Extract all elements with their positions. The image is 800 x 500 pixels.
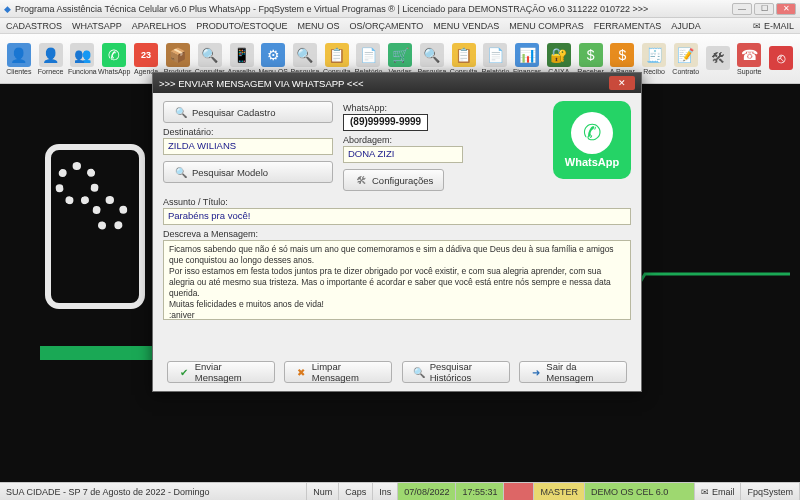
- tb-produtos[interactable]: 📦Produtos: [163, 43, 193, 75]
- status-email[interactable]: ✉Email: [695, 483, 742, 500]
- menu-ferramentas[interactable]: FERRAMENTAS: [594, 21, 661, 31]
- maximize-button[interactable]: ☐: [754, 3, 774, 15]
- menu-aparelhos[interactable]: APARELHOS: [132, 21, 186, 31]
- gear-graphic: [55, 162, 99, 206]
- window-titlebar: ◆ Programa Assistência Técnica Celular v…: [0, 0, 800, 18]
- tb-clientes[interactable]: 👤Clientes: [4, 43, 34, 75]
- window-controls: — ☐ ✕: [732, 3, 796, 15]
- menu-email[interactable]: ✉ E-MAIL: [753, 21, 794, 31]
- gear-graphic: [92, 196, 128, 232]
- search-icon: 🔍: [420, 43, 444, 67]
- search-cadastro-button[interactable]: 🔍 Pesquisar Cadastro: [163, 101, 333, 123]
- tb-consulta1[interactable]: 📋Consulta: [322, 43, 352, 75]
- label-assunto: Assunto / Título:: [163, 197, 631, 207]
- chart-icon: 📊: [515, 43, 539, 67]
- tb-agenda[interactable]: 23Agenda: [131, 43, 161, 75]
- status-blank: [504, 483, 534, 500]
- tb-whatsapp[interactable]: ✆WhatsApp: [99, 43, 129, 75]
- assunto-field[interactable]: Parabéns pra você!: [163, 208, 631, 225]
- destinatario-field[interactable]: ZILDA WILIANS: [163, 138, 333, 155]
- status-time: 17:55:31: [456, 483, 504, 500]
- window-title: Programa Assistência Técnica Celular v6.…: [15, 4, 732, 14]
- tb-relatorio1[interactable]: 📄Relatório: [354, 43, 384, 75]
- historicos-button[interactable]: 🔍 Pesquisar Históricos: [402, 361, 510, 383]
- limpar-button[interactable]: ✖ Limpar Mensagem: [284, 361, 392, 383]
- clear-icon: ✖: [295, 366, 306, 379]
- enviar-button[interactable]: ✔ Enviar Mensagem: [167, 361, 275, 383]
- close-button[interactable]: ✕: [776, 3, 796, 15]
- dialog-titlebar: >>> ENVIAR MENSAGEM VIA WHATSAPP <<< ✕: [153, 73, 641, 93]
- people-icon: 👥: [70, 43, 94, 67]
- tb-extra1[interactable]: 🛠: [703, 46, 733, 71]
- tb-receber[interactable]: $Receber: [576, 43, 606, 75]
- abordagem-field[interactable]: DONA ZIZI: [343, 146, 463, 163]
- whatsapp-icon: ✆: [571, 112, 613, 154]
- tb-relatorio2[interactable]: 📄Relatório: [481, 43, 511, 75]
- menu-vendas[interactable]: MENU VENDAS: [433, 21, 499, 31]
- menu-bar: CADASTROS WHATSAPP APARELHOS PRODUTO/EST…: [0, 18, 800, 34]
- sair-button[interactable]: ➜ Sair da Mensagem: [519, 361, 627, 383]
- whatsapp-number-field[interactable]: (89)99999-9999: [343, 114, 428, 131]
- calendar-icon: 23: [134, 43, 158, 67]
- tb-consultar[interactable]: 🔍Consultar: [195, 43, 225, 75]
- tb-financas[interactable]: 📊Finanças: [512, 43, 542, 75]
- dialog-title: >>> ENVIAR MENSAGEM VIA WHATSAPP <<<: [159, 78, 609, 89]
- menu-ajuda[interactable]: AJUDA: [671, 21, 701, 31]
- person-icon: 👤: [39, 43, 63, 67]
- status-demo: DEMO OS CEL 6.0: [585, 483, 695, 500]
- tb-apagar[interactable]: $A Pagar: [607, 43, 637, 75]
- menu-menuos[interactable]: MENU OS: [297, 21, 339, 31]
- menu-whatsapp[interactable]: WHATSAPP: [72, 21, 122, 31]
- status-bar: SUA CIDADE - SP 7 de Agosto de 2022 - Do…: [0, 482, 800, 500]
- report-icon: 📄: [356, 43, 380, 67]
- search-icon: 🔍: [174, 166, 187, 179]
- tb-aparelho[interactable]: 📱Aparelho: [227, 43, 257, 75]
- safe-icon: 🔐: [547, 43, 571, 67]
- tb-contrato[interactable]: 📝Contrato: [671, 43, 701, 75]
- list-icon: 📋: [325, 43, 349, 67]
- menu-cadastros[interactable]: CADASTROS: [6, 21, 62, 31]
- minimize-button[interactable]: —: [732, 3, 752, 15]
- phone-icon: 📱: [230, 43, 254, 67]
- status-brand: FpqSystem: [741, 483, 800, 500]
- dialog-close-button[interactable]: ✕: [609, 76, 635, 90]
- tb-consulta2[interactable]: 📋Consulta: [449, 43, 479, 75]
- status-master: MASTER: [534, 483, 585, 500]
- search-icon: 🔍: [198, 43, 222, 67]
- menu-compras[interactable]: MENU COMPRAS: [509, 21, 584, 31]
- cart-icon: 🛒: [388, 43, 412, 67]
- whatsapp-dialog: >>> ENVIAR MENSAGEM VIA WHATSAPP <<< ✕ 🔍…: [152, 72, 642, 392]
- list-icon: 📋: [452, 43, 476, 67]
- tb-caixa[interactable]: 🔐CAIXA: [544, 43, 574, 75]
- person-icon: 👤: [7, 43, 31, 67]
- status-ins: Ins: [373, 483, 398, 500]
- wrench-icon: 🛠: [354, 174, 367, 187]
- tb-exit[interactable]: ⎋: [766, 46, 796, 71]
- status-num: Num: [307, 483, 339, 500]
- tb-recibo[interactable]: 🧾Recibo: [639, 43, 669, 75]
- tb-pesquisa2[interactable]: 🔍Pesquisa: [417, 43, 447, 75]
- tb-vendas[interactable]: 🛒Vendas: [385, 43, 415, 75]
- menu-produto[interactable]: PRODUTO/ESTOQUE: [196, 21, 287, 31]
- exit-icon: ➜: [530, 366, 541, 379]
- search-icon: 🔍: [174, 106, 187, 119]
- tb-pesquisa1[interactable]: 🔍Pesquisa: [290, 43, 320, 75]
- label-destinatario: Destinatário:: [163, 127, 333, 137]
- menu-orcamento[interactable]: OS/ORÇAMENTO: [349, 21, 423, 31]
- tb-suporte[interactable]: ☎Suporte: [734, 43, 764, 75]
- receipt-icon: 🧾: [642, 43, 666, 67]
- tb-fornece[interactable]: 👤Fornece: [36, 43, 66, 75]
- tb-menuos[interactable]: ⚙Menu OS: [258, 43, 288, 75]
- email-icon: ✉: [701, 487, 709, 497]
- box-icon: 📦: [166, 43, 190, 67]
- tb-funciona[interactable]: 👥Funciona: [67, 43, 97, 75]
- support-icon: ☎: [737, 43, 761, 67]
- config-button[interactable]: 🛠 Configurações: [343, 169, 444, 191]
- status-location: SUA CIDADE - SP 7 de Agosto de 2022 - Do…: [0, 483, 307, 500]
- label-whatsapp: WhatsApp:: [343, 103, 387, 113]
- mensagem-textarea[interactable]: Ficamos sabendo que não é só mais um ano…: [163, 240, 631, 320]
- email-icon: ✉: [753, 21, 761, 31]
- search-modelo-button[interactable]: 🔍 Pesquisar Modelo: [163, 161, 333, 183]
- money-out-icon: $: [610, 43, 634, 67]
- search-icon: 🔍: [413, 366, 425, 379]
